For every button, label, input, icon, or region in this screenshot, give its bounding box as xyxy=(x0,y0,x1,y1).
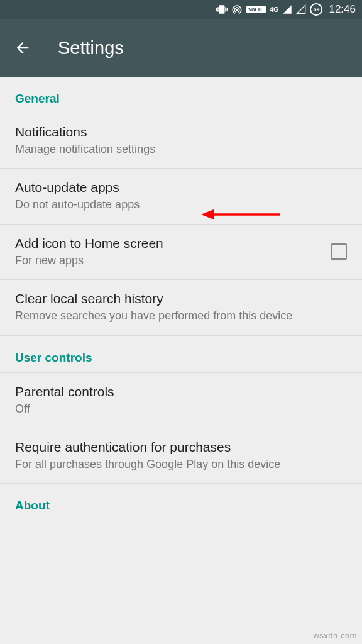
section-header-user-controls: User controls xyxy=(0,336,362,372)
watermark: wsxdn.com xyxy=(313,631,357,640)
page-title: Settings xyxy=(58,38,124,58)
setting-auto-update[interactable]: Auto-update apps Do not auto-update apps xyxy=(0,169,362,224)
setting-subtitle: Manage notification settings xyxy=(15,142,347,157)
signal-icon xyxy=(282,4,292,15)
setting-subtitle: Do not auto-update apps xyxy=(15,197,347,212)
section-header-general: General xyxy=(0,77,362,113)
back-arrow-icon[interactable] xyxy=(14,39,31,57)
setting-subtitle: Off xyxy=(15,402,347,416)
setting-notifications[interactable]: Notifications Manage notification settin… xyxy=(0,113,362,169)
setting-title: Add icon to Home screen xyxy=(15,236,321,251)
app-bar: Settings xyxy=(0,19,362,77)
battery-circle-icon: 69 xyxy=(310,3,322,16)
setting-subtitle: For new apps xyxy=(15,253,321,268)
vibrate-icon xyxy=(216,4,228,15)
setting-title: Auto-update apps xyxy=(15,180,347,195)
checkbox-add-icon[interactable] xyxy=(331,243,347,260)
setting-clear-search[interactable]: Clear local search history Remove search… xyxy=(0,280,362,335)
status-bar: VoLTE 4G 69 12:46 xyxy=(0,0,362,19)
setting-require-auth[interactable]: Require authentication for purchases For… xyxy=(0,428,362,484)
setting-add-icon-home[interactable]: Add icon to Home screen For new apps xyxy=(0,225,362,280)
setting-subtitle: Remove searches you have performed from … xyxy=(15,309,347,323)
settings-content: General Notifications Manage notificatio… xyxy=(0,77,362,520)
status-icons: VoLTE 4G 69 12:46 xyxy=(216,3,356,16)
setting-subtitle: For all purchases through Google Play on… xyxy=(15,457,347,472)
signal-roaming-icon xyxy=(296,4,306,15)
section-header-about: About xyxy=(0,484,362,520)
hotspot-icon xyxy=(231,4,243,15)
setting-title: Require authentication for purchases xyxy=(15,440,347,455)
setting-parental-controls[interactable]: Parental controls Off xyxy=(0,372,362,428)
setting-title: Parental controls xyxy=(15,384,347,399)
volte-badge: VoLTE xyxy=(246,6,266,13)
setting-title: Notifications xyxy=(15,125,347,140)
clock: 12:46 xyxy=(329,3,356,16)
network-4g-label: 4G xyxy=(270,4,279,15)
setting-title: Clear local search history xyxy=(15,291,347,306)
